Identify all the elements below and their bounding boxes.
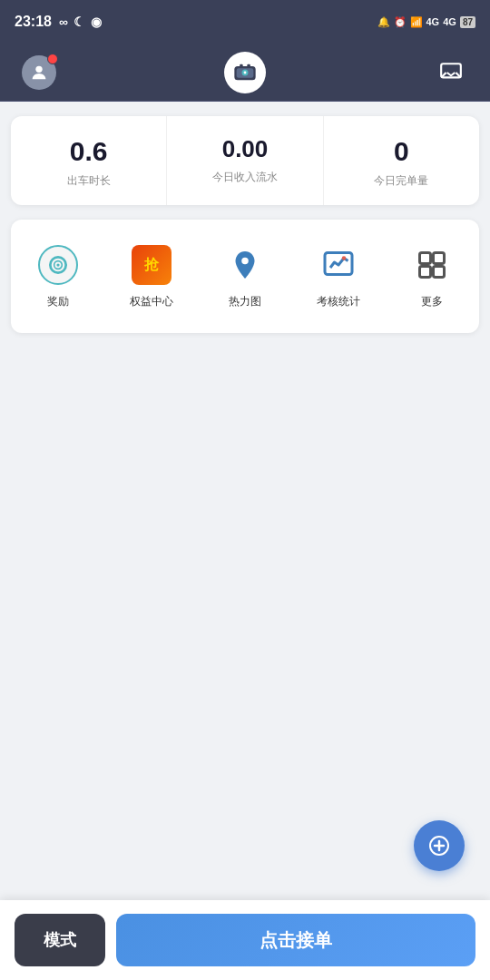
stats-icon-wrap: [317, 243, 360, 287]
daily-income-value: 0.00: [176, 136, 313, 162]
menu-grid: 奖励 抢 权益中心 热力图: [11, 230, 479, 322]
more-icon-wrap: [410, 243, 454, 287]
drive-duration-value: 0.6: [20, 136, 157, 166]
heatmap-icon-wrap: [223, 243, 267, 287]
svg-point-10: [56, 263, 59, 266]
menu-item-more[interactable]: 更多: [386, 230, 479, 322]
svg-point-0: [35, 65, 42, 72]
svg-rect-5: [240, 64, 243, 67]
svg-rect-14: [420, 253, 431, 264]
menu-section: 奖励 抢 权益中心 热力图: [11, 220, 479, 333]
svg-rect-6: [247, 64, 250, 67]
daily-orders-label: 今日完单量: [333, 173, 470, 189]
stats-section: 0.6 出车时长 0.00 今日收入流水 0 今日完单量: [11, 116, 479, 205]
main-content-area: [0, 348, 490, 747]
user-avatar[interactable]: [22, 55, 56, 90]
reward-label: 奖励: [47, 294, 69, 309]
mode-button[interactable]: 模式: [15, 914, 105, 966]
svg-point-4: [244, 71, 247, 74]
svg-point-13: [342, 256, 347, 260]
menu-item-reward[interactable]: 奖励: [11, 230, 104, 322]
status-icons-left: ∞ ☾ ◉: [59, 15, 103, 29]
messages-button[interactable]: [434, 55, 468, 90]
daily-income-label: 今日收入流水: [176, 170, 313, 185]
stat-daily-income: 0.00 今日收入流水: [167, 116, 323, 205]
center-logo-button[interactable]: [224, 52, 266, 93]
rights-label: 权益中心: [130, 294, 173, 309]
reward-icon: [38, 245, 78, 285]
rights-icon: 抢: [132, 245, 172, 285]
wifi-icon: 📶: [410, 16, 423, 28]
stat-drive-duration: 0.6 出车时长: [11, 116, 167, 205]
menu-item-rights[interactable]: 抢 权益中心: [104, 230, 198, 322]
stats-label: 考核统计: [317, 294, 360, 309]
menu-item-stats[interactable]: 考核统计: [292, 230, 386, 322]
top-nav: [0, 44, 490, 102]
status-time: 23:18: [15, 14, 52, 30]
rights-icon-wrap: 抢: [130, 243, 173, 287]
more-label: 更多: [421, 294, 443, 309]
bottom-bar: 模式 点击接单: [0, 900, 490, 980]
more-icon: [412, 245, 452, 285]
daily-orders-value: 0: [333, 136, 470, 166]
heatmap-label: 热力图: [229, 294, 261, 309]
audit-stats-icon: [318, 245, 358, 285]
svg-rect-15: [434, 253, 445, 264]
svg-rect-17: [434, 267, 445, 278]
stat-daily-orders: 0 今日完单量: [324, 116, 479, 205]
svg-rect-16: [420, 267, 431, 278]
accept-order-button[interactable]: 点击接单: [116, 914, 475, 966]
reward-icon-wrap: [36, 243, 80, 287]
battery-icon: 87: [460, 16, 475, 28]
status-right-icons: 🔔 ⏰ 📶 4G 4G 87: [377, 16, 476, 28]
svg-point-11: [241, 258, 249, 265]
fab-add-button[interactable]: [414, 820, 465, 871]
signal-icon-2: 4G: [443, 16, 456, 27]
bell-icon: 🔔: [377, 16, 390, 28]
status-bar: 23:18 ∞ ☾ ◉ 🔔 ⏰ 📶 4G 4G 87: [0, 0, 490, 44]
signal-icon-1: 4G: [426, 16, 440, 27]
heatmap-icon: [225, 245, 265, 285]
clock-icon: ⏰: [394, 16, 407, 28]
menu-item-heatmap[interactable]: 热力图: [198, 230, 291, 322]
drive-duration-label: 出车时长: [20, 173, 157, 189]
